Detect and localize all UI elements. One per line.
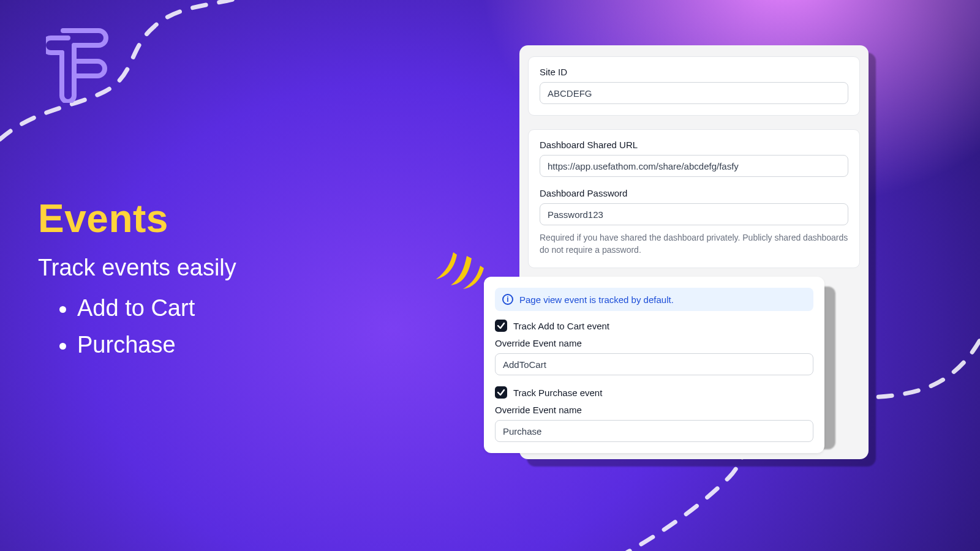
- promo-stage: Events Track events easily Add to Cart P…: [0, 0, 980, 551]
- dashboard-url-input[interactable]: [540, 155, 848, 177]
- track-purchase-row: Track Purchase event: [495, 386, 813, 399]
- track-add-to-cart-row: Track Add to Cart event: [495, 320, 813, 332]
- brand-logo: [46, 17, 113, 103]
- info-banner: i Page view event is tracked by default.: [495, 288, 813, 311]
- dashboard-password-help: Required if you have shared the dashboar…: [540, 231, 848, 257]
- site-id-card: Site ID: [528, 56, 860, 116]
- info-icon: i: [502, 294, 513, 305]
- dashboard-card: Dashboard Shared URL Dashboard Password …: [528, 129, 860, 268]
- checkbox-purchase[interactable]: [495, 386, 507, 399]
- site-id-label: Site ID: [540, 67, 848, 77]
- decor-dashed-top: [0, 0, 257, 184]
- override-add-to-cart-label: Override Event name: [495, 338, 813, 348]
- events-card: i Page view event is tracked by default.…: [484, 277, 824, 453]
- dashboard-url-label: Dashboard Shared URL: [540, 140, 848, 150]
- track-add-to-cart-label: Track Add to Cart event: [513, 321, 609, 331]
- dashboard-password-label: Dashboard Password: [540, 188, 848, 198]
- dashboard-password-input[interactable]: [540, 203, 848, 225]
- override-add-to-cart-input[interactable]: [495, 353, 813, 375]
- list-item: Purchase: [77, 326, 236, 363]
- info-banner-text: Page view event is tracked by default.: [519, 294, 674, 305]
- site-id-input[interactable]: [540, 82, 848, 104]
- marketing-copy: Events Track events easily Add to Cart P…: [38, 196, 236, 363]
- decor-sparkle-icon: [432, 247, 488, 296]
- subheadline: Track events easily: [38, 255, 236, 281]
- feature-list: Add to Cart Purchase: [38, 290, 236, 363]
- list-item: Add to Cart: [77, 290, 236, 326]
- override-purchase-label: Override Event name: [495, 405, 813, 415]
- headline: Events: [38, 196, 236, 241]
- checkbox-add-to-cart[interactable]: [495, 320, 507, 332]
- override-purchase-input[interactable]: [495, 420, 813, 442]
- track-purchase-label: Track Purchase event: [513, 388, 602, 398]
